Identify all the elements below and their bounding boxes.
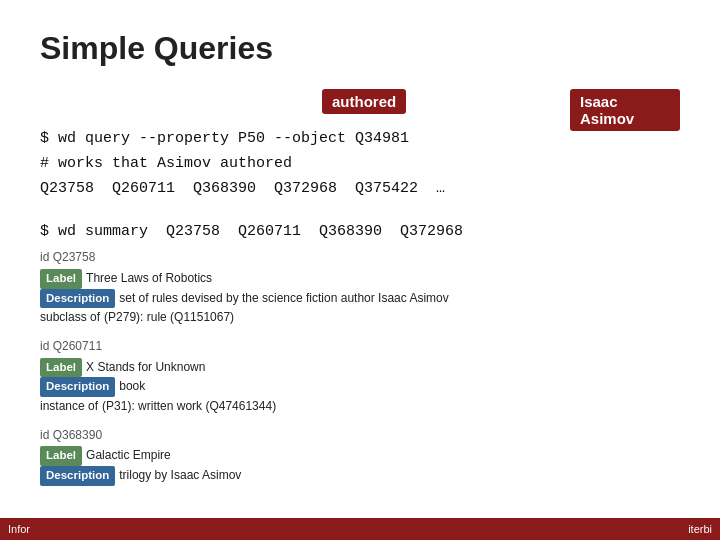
highlight-row: authored Isaac Asimov bbox=[40, 89, 680, 121]
label-badge-0: Label bbox=[40, 269, 82, 289]
list-item: id Q368390 Label Galactic Empire Descrip… bbox=[40, 426, 680, 486]
entry-extra-row-1: instance of (P31): written work (Q474613… bbox=[40, 397, 680, 416]
list-item: id Q23758 Label Three Laws of Robotics D… bbox=[40, 248, 680, 327]
summary-section: $ wd summary Q23758 Q260711 Q368390 Q372… bbox=[40, 223, 680, 486]
desc-badge-0: Description bbox=[40, 289, 115, 309]
bottom-right-text: iterbi bbox=[688, 523, 712, 535]
wikidata-results: id Q23758 Label Three Laws of Robotics D… bbox=[40, 248, 680, 486]
desc-text-2: trilogy by Isaac Asimov bbox=[119, 466, 241, 485]
slide: Simple Queries authored Isaac Asimov $ w… bbox=[0, 0, 720, 540]
entry-label-row-1: Label X Stands for Unknown bbox=[40, 358, 680, 378]
label-text-1: X Stands for Unknown bbox=[86, 358, 205, 377]
desc-badge-2: Description bbox=[40, 466, 115, 486]
label-text-2: Galactic Empire bbox=[86, 446, 171, 465]
bottom-bar: Infor iterbi bbox=[0, 518, 720, 540]
entry-id-2: id Q368390 bbox=[40, 426, 680, 445]
code-line-3: Q23758 Q260711 Q368390 Q372968 Q375422 … bbox=[40, 177, 680, 202]
page-title: Simple Queries bbox=[40, 30, 680, 67]
entry-label-row-2: Label Galactic Empire bbox=[40, 446, 680, 466]
code-block: $ wd query --property P50 --object Q3498… bbox=[40, 127, 680, 201]
label-badge-1: Label bbox=[40, 358, 82, 378]
desc-badge-1: Description bbox=[40, 377, 115, 397]
extra-key-0: subclass of bbox=[40, 308, 100, 327]
list-item: id Q260711 Label X Stands for Unknown De… bbox=[40, 337, 680, 416]
code-line-2: # works that Asimov authored bbox=[40, 152, 680, 177]
entry-label-row-0: Label Three Laws of Robotics bbox=[40, 269, 680, 289]
entry-extra-row-0: subclass of (P279): rule (Q1151067) bbox=[40, 308, 680, 327]
entry-desc-row-2: Description trilogy by Isaac Asimov bbox=[40, 466, 680, 486]
extra-val-1: (P31): written work (Q47461344) bbox=[102, 397, 276, 416]
summary-command: $ wd summary Q23758 Q260711 Q368390 Q372… bbox=[40, 223, 680, 240]
entry-id-1: id Q260711 bbox=[40, 337, 680, 356]
desc-text-0: set of rules devised by the science fict… bbox=[119, 289, 449, 308]
badge-isaac: Isaac Asimov bbox=[570, 89, 680, 131]
spacer bbox=[40, 201, 680, 219]
entry-id-0: id Q23758 bbox=[40, 248, 680, 267]
desc-text-1: book bbox=[119, 377, 145, 396]
label-text-0: Three Laws of Robotics bbox=[86, 269, 212, 288]
entry-desc-row-1: Description book bbox=[40, 377, 680, 397]
entry-desc-row-0: Description set of rules devised by the … bbox=[40, 289, 680, 309]
badge-authored: authored bbox=[322, 89, 406, 114]
bottom-left-text: Infor bbox=[8, 523, 30, 535]
label-badge-2: Label bbox=[40, 446, 82, 466]
extra-key-1: instance of bbox=[40, 397, 98, 416]
extra-val-0: (P279): rule (Q1151067) bbox=[104, 308, 234, 327]
